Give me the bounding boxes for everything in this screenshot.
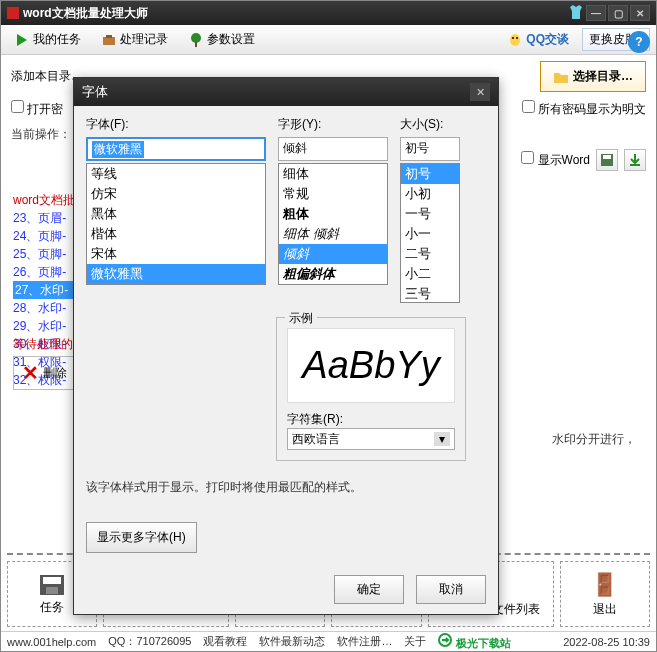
list-item[interactable]: 黑体	[87, 204, 265, 224]
app-title: word文档批量处理大师	[7, 5, 566, 22]
style-label: 字形(Y):	[278, 116, 388, 133]
open-password-checkbox[interactable]: 打开密	[11, 100, 63, 118]
qq-icon	[507, 32, 523, 48]
size-input[interactable]: 初号	[400, 137, 460, 161]
font-preview: AaBbYy	[287, 328, 455, 403]
briefcase-icon	[101, 32, 117, 48]
status-qq: QQ：710726095	[108, 634, 191, 649]
show-password-plaintext-checkbox[interactable]: 所有密码显示为明文	[522, 100, 646, 118]
list-item[interactable]: 三号	[401, 284, 459, 303]
list-item[interactable]: 宋体	[87, 244, 265, 264]
save-icon-button[interactable]	[596, 149, 618, 171]
ok-button[interactable]: 确定	[334, 575, 404, 604]
status-time: 2022-08-25 10:39	[563, 636, 650, 648]
show-word-checkbox[interactable]: 显示Word	[521, 151, 590, 169]
arrow-right-icon	[14, 32, 30, 48]
svg-point-6	[516, 37, 518, 39]
qq-chat-button[interactable]: QQ交谈	[500, 28, 576, 51]
status-register[interactable]: 软件注册…	[337, 634, 392, 649]
floppy-icon	[599, 152, 615, 168]
svg-rect-8	[603, 155, 611, 159]
top-toolbar: 我的任务 处理记录 参数设置 QQ交谈 更换皮肤▾	[1, 25, 656, 55]
list-item[interactable]: 等线	[87, 164, 265, 184]
exit-button[interactable]: 🚪退出	[560, 561, 650, 627]
maximize-button[interactable]: ▢	[608, 5, 628, 21]
floppy-big-icon	[38, 573, 66, 597]
close-button[interactable]: ✕	[630, 5, 650, 21]
status-news[interactable]: 软件最新动态	[259, 634, 325, 649]
style-input[interactable]: 倾斜	[278, 137, 388, 161]
svg-point-4	[510, 34, 520, 46]
status-about[interactable]: 关于	[404, 634, 426, 649]
svg-rect-0	[103, 37, 115, 45]
list-item[interactable]: 小一	[401, 224, 459, 244]
list-item-selected[interactable]: 微软雅黑	[87, 264, 265, 284]
svg-rect-11	[46, 587, 58, 594]
style-listbox[interactable]: 细体 常规 粗体 细体 倾斜 倾斜 粗偏斜体	[278, 163, 388, 285]
svg-rect-10	[43, 577, 61, 584]
font-dialog-titlebar: 字体 ✕	[74, 78, 498, 106]
sample-label: 示例	[285, 310, 317, 327]
tab-settings[interactable]: 参数设置	[181, 28, 262, 51]
x-icon: ✕	[22, 361, 39, 385]
svg-rect-1	[106, 35, 112, 38]
list-item[interactable]: 细体 倾斜	[279, 224, 387, 244]
sample-group: 示例 AaBbYy 字符集(R): 西欧语言 ▾	[276, 317, 466, 461]
app-titlebar: word文档批量处理大师 — ▢ ✕	[1, 1, 656, 25]
minimize-button[interactable]: —	[586, 5, 606, 21]
tree-icon	[188, 32, 204, 48]
size-listbox[interactable]: 初号 小初 一号 小一 二号 小二 三号	[400, 163, 460, 303]
list-item-selected[interactable]: 倾斜	[279, 244, 387, 264]
list-item[interactable]: 楷体	[87, 224, 265, 244]
font-input[interactable]: 微软雅黑	[86, 137, 266, 161]
watermark-note: 水印分开进行，	[552, 431, 636, 448]
font-dialog: 字体 ✕ 字体(F): 微软雅黑 等线 仿宋 黑体 楷体 宋体 微软雅黑	[73, 77, 499, 615]
charset-select[interactable]: 西欧语言 ▾	[287, 428, 455, 450]
download-icon-button[interactable]	[624, 149, 646, 171]
svg-point-5	[512, 37, 514, 39]
svg-point-2	[191, 33, 201, 43]
font-label: 字体(F):	[86, 116, 266, 133]
charset-label: 字符集(R):	[287, 411, 343, 428]
status-bar: www.001help.com QQ：710726095 观看教程 软件最新动态…	[1, 631, 656, 651]
exit-icon: 🚪	[589, 571, 621, 599]
list-item[interactable]: 新宋体	[87, 284, 265, 285]
list-item[interactable]: 仿宋	[87, 184, 265, 204]
pending-label: 等待处理的	[13, 336, 73, 353]
svg-rect-3	[195, 42, 197, 47]
tab-my-tasks[interactable]: 我的任务	[7, 28, 88, 51]
size-label: 大小(S):	[400, 116, 460, 133]
font-dialog-title: 字体	[82, 83, 470, 101]
list-item-selected[interactable]: 初号	[401, 164, 459, 184]
list-item[interactable]: 粗偏斜体	[279, 264, 387, 284]
list-item[interactable]: 二号	[401, 244, 459, 264]
status-url[interactable]: www.001help.com	[7, 636, 96, 648]
main-window: word文档批量处理大师 — ▢ ✕ 我的任务 处理记录 参数设置 QQ交谈 更…	[0, 0, 657, 652]
shirt-icon[interactable]	[566, 5, 586, 21]
folder-icon	[553, 69, 569, 85]
brand-label: 极光下载站	[438, 633, 510, 651]
list-item[interactable]: 小初	[401, 184, 459, 204]
download-icon	[627, 152, 643, 168]
show-more-fonts-button[interactable]: 显示更多字体(H)	[86, 522, 197, 553]
cancel-button[interactable]: 取消	[416, 575, 486, 604]
status-tutorial[interactable]: 观看教程	[203, 634, 247, 649]
help-icon[interactable]: ?	[628, 31, 650, 53]
brand-icon	[438, 633, 452, 647]
list-item[interactable]: 粗体	[279, 204, 387, 224]
delete-button[interactable]: ✕删除	[13, 356, 76, 390]
list-item[interactable]: 细体	[279, 164, 387, 184]
list-item[interactable]: 一号	[401, 204, 459, 224]
chevron-down-icon[interactable]: ▾	[434, 432, 450, 446]
font-note: 该字体样式用于显示。打印时将使用最匹配的样式。	[86, 479, 486, 496]
dialog-close-button[interactable]: ✕	[470, 83, 490, 101]
tab-history[interactable]: 处理记录	[94, 28, 175, 51]
list-item[interactable]: 小二	[401, 264, 459, 284]
list-item[interactable]: 常规	[279, 184, 387, 204]
font-listbox[interactable]: 等线 仿宋 黑体 楷体 宋体 微软雅黑 新宋体	[86, 163, 266, 285]
app-logo-icon	[7, 7, 19, 19]
select-directory-button[interactable]: 选择目录…	[540, 61, 646, 92]
